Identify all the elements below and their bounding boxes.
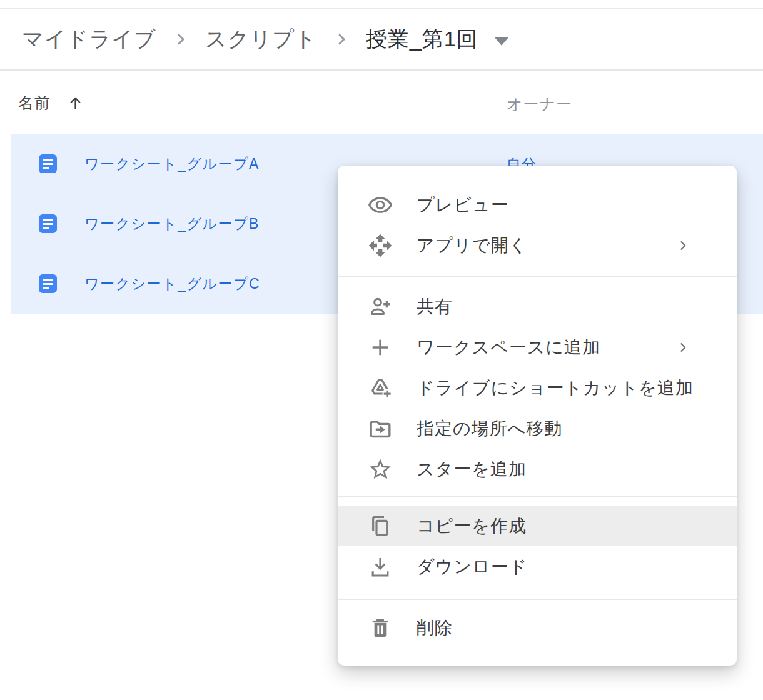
file-name: ワークシート_グループC	[84, 274, 260, 294]
context-menu: プレビュー アプリで開く 共有 ワークスペースに追加	[338, 166, 737, 666]
eye-icon	[368, 192, 393, 218]
menu-divider	[338, 599, 737, 600]
google-docs-icon	[39, 214, 57, 233]
caret-down-icon[interactable]	[495, 38, 508, 46]
menu-item-label: 指定の場所へ移動	[417, 417, 562, 441]
menu-divider	[338, 276, 737, 278]
menu-item-move-to[interactable]: 指定の場所へ移動	[338, 408, 737, 449]
person-add-icon	[368, 294, 393, 319]
chevron-right-icon	[675, 339, 691, 356]
column-header-owner[interactable]: オーナー	[507, 94, 572, 114]
menu-item-preview[interactable]: プレビュー	[338, 184, 737, 225]
column-header-name[interactable]: 名前	[18, 92, 84, 113]
chevron-right-icon	[171, 30, 190, 49]
menu-divider	[338, 496, 737, 497]
menu-item-label: ダウンロード	[417, 555, 527, 579]
menu-item-label: プレビュー	[417, 193, 509, 217]
menu-item-label: コピーを作成	[417, 514, 527, 538]
plus-icon	[368, 335, 393, 360]
drive-file-list-page: マイドライブ スクリプト 授業_第1回 名前 オーナー ワークシート_グループA…	[0, 0, 763, 700]
menu-item-label: 削除	[417, 616, 453, 640]
menu-item-add-star[interactable]: スターを追加	[338, 449, 737, 489]
star-icon	[368, 457, 393, 482]
menu-item-open-with[interactable]: アプリで開く	[338, 225, 737, 266]
arrow-up-icon	[67, 94, 84, 111]
chevron-right-icon	[332, 30, 351, 49]
folder-move-icon	[368, 416, 393, 441]
column-name-label: 名前	[18, 92, 51, 113]
file-name: ワークシート_グループA	[84, 154, 260, 174]
copy-icon	[368, 514, 393, 539]
menu-item-label: ドライブにショートカットを追加	[417, 376, 694, 400]
breadcrumb: マイドライブ スクリプト 授業_第1回	[0, 9, 763, 71]
breadcrumb-item-my-drive[interactable]: マイドライブ	[22, 25, 156, 54]
chevron-right-icon	[675, 238, 691, 254]
download-icon	[368, 554, 393, 579]
menu-item-label: 共有	[417, 295, 453, 319]
open-with-icon	[368, 233, 393, 258]
breadcrumb-item-current-folder[interactable]: 授業_第1回	[366, 25, 478, 54]
menu-item-label: アプリで開く	[417, 234, 527, 258]
menu-item-delete[interactable]: 削除	[338, 608, 737, 648]
trash-icon	[368, 616, 393, 641]
file-name: ワークシート_グループB	[84, 214, 260, 234]
drive-shortcut-add-icon	[368, 376, 393, 401]
menu-item-add-shortcut-to-drive[interactable]: ドライブにショートカットを追加	[338, 368, 737, 408]
menu-item-add-to-workspace[interactable]: ワークスペースに追加	[338, 327, 737, 368]
breadcrumb-item-scripts[interactable]: スクリプト	[205, 25, 317, 54]
menu-item-make-a-copy[interactable]: コピーを作成	[338, 506, 737, 546]
menu-item-share[interactable]: 共有	[338, 286, 737, 327]
google-docs-icon	[39, 154, 57, 173]
menu-item-download[interactable]: ダウンロード	[338, 546, 737, 587]
menu-item-label: ワークスペースに追加	[417, 336, 600, 359]
list-header: 名前 オーナー	[0, 92, 763, 124]
google-docs-icon	[39, 274, 57, 293]
menu-item-label: スターを追加	[417, 458, 527, 481]
